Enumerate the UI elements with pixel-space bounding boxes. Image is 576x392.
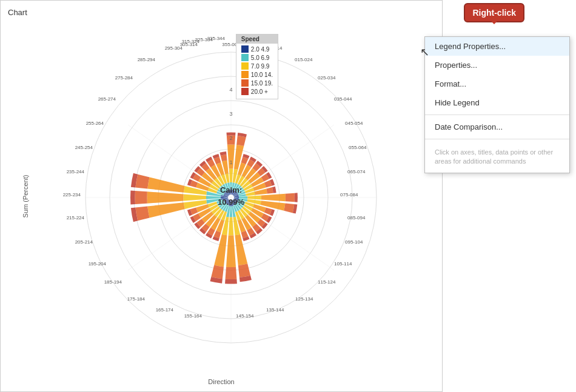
- menu-helper-text: Click on axes, titles, data points or ot…: [425, 142, 569, 173]
- right-click-annotation: Right-click: [464, 3, 524, 22]
- svg-text:085-094: 085-094: [347, 215, 366, 221]
- legend-item-3: 7.0 9.9: [241, 62, 273, 70]
- svg-text:265-274: 265-274: [98, 96, 116, 102]
- svg-text:235-244: 235-244: [67, 169, 85, 174]
- svg-text:3: 3: [229, 111, 232, 117]
- svg-text:075-084: 075-084: [340, 192, 358, 198]
- svg-text:045-054: 045-054: [345, 121, 363, 126]
- svg-text:105-114: 105-114: [334, 261, 352, 267]
- svg-text:245-254: 245-254: [75, 145, 93, 150]
- svg-text:025-034: 025-034: [318, 75, 336, 81]
- svg-text:195-204: 195-204: [89, 261, 107, 267]
- svg-text:335-344: 335-344: [207, 36, 226, 41]
- svg-text:115-124: 115-124: [318, 279, 336, 285]
- legend-color-3: [241, 62, 249, 70]
- windrose-chart: 1 2 3 4 Calm: 10.99% 355-004 005-014 015…: [43, 28, 419, 367]
- legend-color-6: [241, 88, 249, 95]
- svg-text:155-164: 155-164: [184, 313, 203, 319]
- svg-text:175-184: 175-184: [127, 296, 146, 302]
- svg-text:1: 1: [229, 159, 232, 165]
- svg-text:095-104: 095-104: [345, 239, 363, 245]
- legend-label-3: 7.0 9.9: [251, 63, 270, 70]
- svg-text:015-024: 015-024: [295, 57, 313, 62]
- menu-item-hide-legend[interactable]: Hide Legend: [425, 93, 569, 112]
- legend-box: Speed 2.0 4.9 5.0 6.9 7.0 9.9 10.0 14. 1…: [236, 34, 278, 99]
- context-menu: Legend Properties... Properties... Forma…: [424, 36, 570, 173]
- windrose-container: 1 2 3 4 Calm: 10.99% 355-004 005-014 015…: [31, 19, 431, 376]
- menu-item-legend-properties[interactable]: Legend Properties...: [425, 37, 569, 56]
- menu-item-format[interactable]: Format...: [425, 75, 569, 93]
- legend-color-5: [241, 79, 249, 87]
- legend-label-2: 5.0 6.9: [251, 55, 270, 61]
- svg-text:255-264: 255-264: [86, 121, 104, 126]
- svg-text:135-144: 135-144: [266, 307, 284, 313]
- svg-text:185-194: 185-194: [104, 279, 122, 285]
- svg-text:065-074: 065-074: [347, 169, 366, 174]
- legend-item-6: 20.0 +: [241, 88, 273, 95]
- svg-text:225-234: 225-234: [63, 192, 81, 198]
- svg-text:285-294: 285-294: [138, 57, 156, 62]
- legend-color-2: [241, 54, 249, 61]
- svg-text:Calm:: Calm:: [220, 185, 242, 194]
- menu-separator-2: [425, 139, 569, 139]
- svg-text:125-134: 125-134: [295, 296, 313, 302]
- legend-label-6: 20.0 +: [251, 88, 268, 95]
- svg-text:035-044: 035-044: [334, 96, 352, 102]
- x-axis-label: Direction: [208, 378, 234, 385]
- svg-text:10.99%: 10.99%: [218, 198, 245, 207]
- cursor-indicator: ↖: [420, 45, 429, 59]
- svg-text:055-064: 055-064: [349, 145, 367, 150]
- legend-label-1: 2.0 4.9: [251, 46, 270, 53]
- svg-text:4: 4: [229, 87, 232, 93]
- legend-title: Speed: [236, 35, 278, 44]
- legend-item-2: 5.0 6.9: [241, 54, 273, 61]
- svg-text:215-224: 215-224: [67, 215, 85, 221]
- svg-text:145-154: 145-154: [236, 313, 254, 319]
- chart-title: Chart: [8, 8, 27, 17]
- svg-text:2: 2: [229, 135, 232, 141]
- legend-color-1: [241, 45, 249, 53]
- svg-text:165-174: 165-174: [156, 307, 174, 313]
- svg-text:275-284: 275-284: [115, 75, 133, 81]
- y-axis-label: Sum (Percent): [22, 174, 29, 218]
- chart-area: Chart Sum (Percent): [0, 0, 443, 392]
- legend-item-4: 10.0 14.: [241, 71, 273, 78]
- menu-separator-1: [425, 115, 569, 115]
- legend-item-1: 2.0 4.9: [241, 45, 273, 53]
- legend-label-5: 15.0 19.: [251, 80, 273, 87]
- legend-item-5: 15.0 19.: [241, 79, 273, 87]
- legend-color-4: [241, 71, 249, 78]
- menu-item-date-comparison[interactable]: Date Comparison...: [425, 118, 569, 136]
- legend-label-4: 10.0 14.: [251, 71, 273, 78]
- svg-text:205-214: 205-214: [75, 239, 93, 245]
- menu-item-properties[interactable]: Properties...: [425, 56, 569, 75]
